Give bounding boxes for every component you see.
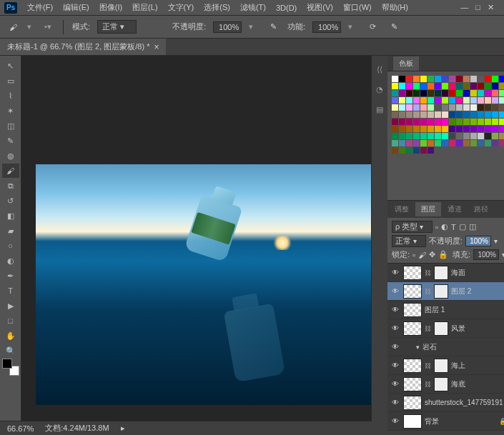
color-swatch[interactable] bbox=[413, 83, 420, 89]
color-swatch[interactable] bbox=[470, 97, 477, 104]
layer-thumbnail[interactable] bbox=[403, 284, 422, 299]
color-swatch[interactable] bbox=[470, 119, 477, 125]
tool-hand[interactable]: ✋ bbox=[2, 329, 19, 343]
color-swatch[interactable] bbox=[499, 140, 504, 146]
color-swatch[interactable] bbox=[499, 76, 504, 82]
color-swatch[interactable] bbox=[456, 90, 463, 96]
layer-name[interactable]: 背景 bbox=[425, 416, 496, 426]
color-swatch[interactable] bbox=[449, 111, 455, 118]
color-swatch[interactable] bbox=[428, 90, 434, 96]
color-swatch[interactable] bbox=[456, 97, 463, 104]
tab-paths[interactable]: 路径 bbox=[468, 202, 494, 216]
layer-visibility-icon[interactable]: 👁 bbox=[390, 268, 400, 278]
color-swatch[interactable] bbox=[406, 104, 412, 111]
color-swatch[interactable] bbox=[492, 104, 498, 111]
layer-thumbnail[interactable] bbox=[403, 303, 422, 317]
layer-row[interactable]: 👁▾岩石 bbox=[387, 338, 504, 356]
color-swatch[interactable] bbox=[456, 140, 463, 146]
color-swatch[interactable] bbox=[406, 140, 412, 146]
brush-preset-icon[interactable]: •▾ bbox=[44, 22, 54, 32]
color-swatch[interactable] bbox=[478, 119, 484, 125]
color-swatch[interactable] bbox=[406, 83, 412, 89]
color-swatch[interactable] bbox=[492, 140, 498, 146]
current-tool-icon[interactable]: 🖌 bbox=[6, 20, 20, 34]
tool-pen[interactable]: ✒ bbox=[2, 269, 19, 283]
color-swatch[interactable] bbox=[392, 90, 398, 96]
color-swatch[interactable] bbox=[406, 126, 412, 132]
pressure-size-icon[interactable]: ✎ bbox=[387, 20, 401, 34]
layer-name[interactable]: 岩石 bbox=[423, 342, 504, 352]
color-swatch[interactable] bbox=[399, 104, 405, 111]
color-swatch[interactable] bbox=[413, 133, 420, 139]
color-swatch[interactable] bbox=[406, 133, 412, 139]
color-swatch[interactable] bbox=[463, 133, 470, 139]
opacity-input[interactable]: 100% bbox=[213, 21, 242, 33]
document-size[interactable]: 文档:4.24M/13.8M bbox=[45, 423, 109, 434]
layer-mask-thumbnail[interactable] bbox=[434, 377, 448, 391]
menu-image[interactable]: 图像(I) bbox=[95, 1, 127, 14]
color-swatch[interactable] bbox=[492, 119, 498, 125]
layer-row[interactable]: 👁背景🔒 bbox=[387, 412, 504, 431]
color-swatch[interactable] bbox=[428, 83, 434, 89]
layer-link-icon[interactable]: ⛓ bbox=[425, 325, 431, 332]
layer-visibility-icon[interactable]: 👁 bbox=[390, 324, 400, 334]
color-swatch[interactable] bbox=[470, 140, 477, 146]
menu-select[interactable]: 选择(S) bbox=[199, 1, 234, 14]
flow-chevron-icon[interactable]: ▾ bbox=[348, 22, 358, 32]
color-swatch[interactable] bbox=[470, 133, 477, 139]
color-swatch[interactable] bbox=[485, 76, 491, 82]
color-swatch[interactable] bbox=[478, 83, 484, 89]
color-swatch[interactable] bbox=[485, 83, 491, 89]
color-swatch[interactable] bbox=[435, 97, 441, 104]
color-swatch[interactable] bbox=[413, 140, 420, 146]
color-swatch[interactable] bbox=[485, 90, 491, 96]
menu-type[interactable]: 文字(Y) bbox=[164, 1, 199, 14]
color-swatch[interactable] bbox=[406, 119, 412, 125]
color-swatch[interactable] bbox=[478, 76, 484, 82]
color-swatch[interactable] bbox=[435, 90, 441, 96]
color-swatch[interactable] bbox=[428, 76, 434, 82]
layer-row[interactable]: 👁⛓海底 bbox=[387, 375, 504, 394]
color-swatch[interactable] bbox=[478, 126, 484, 132]
color-swatch[interactable] bbox=[470, 111, 477, 118]
layer-name[interactable]: 风景 bbox=[451, 324, 504, 334]
tab-channels[interactable]: 通道 bbox=[442, 202, 468, 216]
color-swatch[interactable] bbox=[449, 83, 455, 89]
window-minimize-icon[interactable]: — bbox=[460, 3, 468, 12]
color-swatch[interactable] bbox=[435, 83, 441, 89]
layer-thumbnail[interactable] bbox=[403, 414, 422, 429]
layer-row[interactable]: 👁图层 1 bbox=[387, 301, 504, 319]
layer-name[interactable]: 海面 bbox=[451, 268, 504, 278]
color-swatch[interactable] bbox=[478, 133, 484, 139]
tool-wand[interactable]: ✶ bbox=[2, 104, 19, 118]
color-swatch[interactable] bbox=[478, 140, 484, 146]
color-swatch[interactable] bbox=[463, 90, 470, 96]
layer-row[interactable]: 👁⛓海面 bbox=[387, 264, 504, 282]
window-restore-icon[interactable]: □ bbox=[475, 3, 480, 12]
color-swatch[interactable] bbox=[392, 126, 398, 132]
color-swatch[interactable] bbox=[478, 90, 484, 96]
flow-input[interactable]: 100% bbox=[312, 21, 341, 33]
color-swatch[interactable] bbox=[428, 126, 434, 132]
tool-eraser[interactable]: ◧ bbox=[2, 209, 19, 223]
color-swatch[interactable] bbox=[463, 83, 470, 89]
layer-thumbnail[interactable] bbox=[403, 377, 422, 391]
color-swatch[interactable] bbox=[485, 133, 491, 139]
color-swatch[interactable] bbox=[478, 111, 484, 118]
color-swatch[interactable] bbox=[442, 111, 448, 118]
menu-3d[interactable]: 3D(D) bbox=[272, 2, 301, 14]
color-swatch[interactable] bbox=[392, 147, 398, 154]
color-swatch[interactable] bbox=[392, 140, 398, 146]
lock-paint-icon[interactable]: 🖌 bbox=[418, 251, 426, 259]
layer-filter-select[interactable]: ρ 类型 ▾ bbox=[392, 221, 433, 233]
menu-filter[interactable]: 滤镜(T) bbox=[236, 1, 270, 14]
tool-blur[interactable]: ○ bbox=[2, 239, 19, 253]
color-swatch[interactable] bbox=[420, 76, 427, 82]
color-swatch[interactable] bbox=[463, 126, 470, 132]
tool-path-select[interactable]: ▶ bbox=[2, 299, 19, 313]
color-swatch[interactable] bbox=[442, 119, 448, 125]
color-swatch[interactable] bbox=[499, 83, 504, 89]
close-tab-icon[interactable]: × bbox=[154, 42, 159, 52]
menu-window[interactable]: 窗口(W) bbox=[339, 1, 376, 14]
color-swatch[interactable] bbox=[456, 126, 463, 132]
